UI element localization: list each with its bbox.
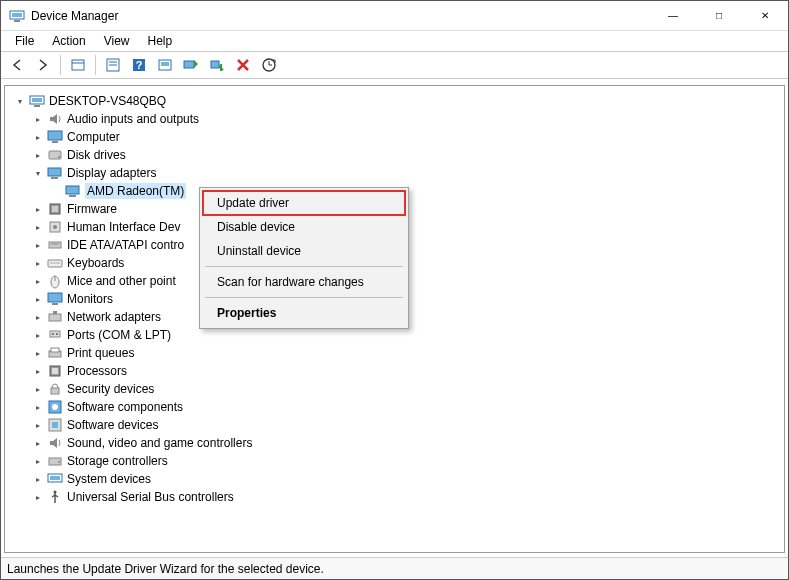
svg-rect-44 — [51, 348, 59, 352]
expander-icon[interactable]: ▸ — [31, 220, 45, 234]
cm-scan-hardware[interactable]: Scan for hardware changes — [203, 270, 405, 294]
category-label: Keyboards — [67, 256, 124, 270]
category-security[interactable]: ▸ Security devices — [9, 380, 780, 398]
svg-point-21 — [58, 156, 60, 158]
category-audio[interactable]: ▸ Audio inputs and outputs — [9, 110, 780, 128]
properties-button[interactable] — [101, 53, 125, 77]
category-computer[interactable]: ▸ Computer — [9, 128, 780, 146]
svg-rect-47 — [51, 388, 59, 394]
expander-icon[interactable]: ▸ — [31, 418, 45, 432]
svg-rect-18 — [48, 131, 62, 140]
status-text: Launches the Update Driver Wizard for th… — [7, 562, 324, 576]
expander-icon[interactable]: ▸ — [31, 436, 45, 450]
ide-icon — [47, 237, 63, 253]
svg-rect-23 — [51, 177, 58, 179]
category-label: Universal Serial Bus controllers — [67, 490, 234, 504]
maximize-button[interactable]: □ — [696, 1, 742, 30]
expander-icon[interactable]: ▾ — [31, 166, 45, 180]
category-label: System devices — [67, 472, 151, 486]
monitor-icon — [47, 291, 63, 307]
cm-properties[interactable]: Properties — [203, 301, 405, 325]
show-hidden-button[interactable] — [66, 53, 90, 77]
hid-icon — [47, 219, 63, 235]
menu-view[interactable]: View — [96, 32, 138, 50]
category-software-components[interactable]: ▸ Software components — [9, 398, 780, 416]
cpu-icon — [47, 363, 63, 379]
svg-rect-55 — [50, 476, 60, 480]
svg-point-49 — [52, 404, 58, 410]
menubar: File Action View Help — [1, 31, 788, 51]
tree-root-label: DESKTOP-VS48QBQ — [49, 94, 166, 108]
category-usb[interactable]: ▸ Universal Serial Bus controllers — [9, 488, 780, 506]
expander-icon[interactable]: ▸ — [31, 346, 45, 360]
expander-icon[interactable]: ▸ — [31, 274, 45, 288]
update-driver-button[interactable] — [179, 53, 203, 77]
svg-rect-25 — [69, 195, 76, 197]
chip-icon — [47, 201, 63, 217]
scan-hardware-button[interactable] — [257, 53, 281, 77]
scan-button[interactable] — [153, 53, 177, 77]
expander-icon[interactable]: ▸ — [31, 256, 45, 270]
category-display-adapters[interactable]: ▾ Display adapters — [9, 164, 780, 182]
expander-icon[interactable]: ▸ — [31, 202, 45, 216]
svg-point-56 — [54, 491, 57, 494]
mouse-icon — [47, 273, 63, 289]
window-title: Device Manager — [31, 9, 650, 23]
menu-help[interactable]: Help — [140, 32, 181, 50]
software-device-icon — [47, 417, 63, 433]
category-sound[interactable]: ▸ Sound, video and game controllers — [9, 434, 780, 452]
uninstall-button[interactable] — [231, 53, 255, 77]
expander-icon[interactable]: ▸ — [31, 454, 45, 468]
menu-action[interactable]: Action — [44, 32, 93, 50]
category-system[interactable]: ▸ System devices — [9, 470, 780, 488]
cm-disable-device[interactable]: Disable device — [203, 215, 405, 239]
svg-rect-13 — [211, 61, 219, 68]
expander-icon[interactable]: ▾ — [13, 94, 27, 108]
expander-icon[interactable]: ▸ — [31, 328, 45, 342]
toolbar-separator — [60, 55, 61, 75]
category-label: Human Interface Dev — [67, 220, 180, 234]
svg-rect-24 — [66, 186, 79, 194]
expander-icon[interactable]: ▸ — [31, 130, 45, 144]
expander-icon[interactable]: ▸ — [31, 148, 45, 162]
category-label: Mice and other point — [67, 274, 176, 288]
minimize-button[interactable]: — — [650, 1, 696, 30]
category-print-queues[interactable]: ▸ Print queues — [9, 344, 780, 362]
expander-icon[interactable]: ▸ — [31, 238, 45, 252]
cm-separator — [205, 266, 403, 267]
expander-icon[interactable]: ▸ — [31, 292, 45, 306]
category-storage[interactable]: ▸ Storage controllers — [9, 452, 780, 470]
storage-icon — [47, 453, 63, 469]
back-button[interactable] — [5, 53, 29, 77]
category-label: Software components — [67, 400, 183, 414]
tree-root[interactable]: ▾ DESKTOP-VS48QBQ — [9, 92, 780, 110]
category-disk-drives[interactable]: ▸ Disk drives — [9, 146, 780, 164]
svg-rect-46 — [52, 368, 58, 374]
help-button[interactable]: ? — [127, 53, 151, 77]
category-software-devices[interactable]: ▸ Software devices — [9, 416, 780, 434]
expander-icon[interactable]: ▸ — [31, 382, 45, 396]
device-manager-icon — [9, 8, 25, 24]
expander-icon[interactable]: ▸ — [31, 112, 45, 126]
cm-update-driver[interactable]: Update driver — [203, 191, 405, 215]
category-label: Audio inputs and outputs — [67, 112, 199, 126]
expander-icon[interactable]: ▸ — [31, 310, 45, 324]
expander-icon[interactable]: ▸ — [31, 490, 45, 504]
software-icon — [47, 399, 63, 415]
expander-icon[interactable]: ▸ — [31, 472, 45, 486]
close-button[interactable]: ✕ — [742, 1, 788, 30]
menu-file[interactable]: File — [7, 32, 42, 50]
cm-uninstall-device[interactable]: Uninstall device — [203, 239, 405, 263]
svg-rect-16 — [32, 98, 42, 102]
category-label: Sound, video and game controllers — [67, 436, 252, 450]
expander-icon[interactable]: ▸ — [31, 400, 45, 414]
expander-icon[interactable]: ▸ — [31, 364, 45, 378]
forward-button[interactable] — [31, 53, 55, 77]
disable-button[interactable] — [205, 53, 229, 77]
computer-icon — [29, 93, 45, 109]
svg-rect-40 — [50, 331, 60, 337]
category-processors[interactable]: ▸ Processors — [9, 362, 780, 380]
category-label: Software devices — [67, 418, 158, 432]
cm-separator — [205, 297, 403, 298]
titlebar: Device Manager — □ ✕ — [1, 1, 788, 31]
